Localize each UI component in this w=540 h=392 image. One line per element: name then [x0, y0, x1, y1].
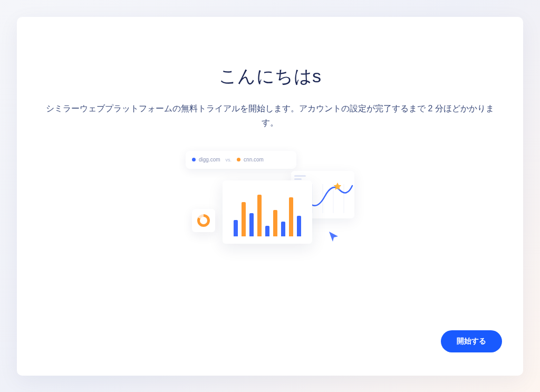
svg-rect-0 [294, 175, 306, 177]
hero-illustration: digg.com vs. cnn.com [186, 151, 354, 251]
bar [281, 222, 285, 236]
bar [242, 202, 246, 236]
site-a-label: digg.com [199, 157, 220, 162]
bar [289, 197, 293, 236]
comparison-pill: digg.com vs. cnn.com [186, 151, 296, 169]
onboarding-card: こんにちはs シミラーウェブプラットフォームの無料トライアルを開始します。アカウ… [17, 17, 523, 376]
bar [297, 216, 301, 236]
bar [249, 213, 254, 236]
bar-chart-card [223, 180, 312, 244]
page-title: こんにちはs [219, 64, 322, 89]
site-b-label: cnn.com [244, 157, 264, 162]
bar [257, 195, 262, 236]
bar [265, 226, 269, 236]
bar [234, 220, 238, 236]
cursor-icon [327, 230, 341, 244]
donut-chart-card [192, 209, 215, 232]
start-button[interactable]: 開始する [441, 330, 502, 352]
vs-label: vs. [226, 157, 232, 162]
dot-icon [237, 158, 240, 161]
page-subtitle: シミラーウェブプラットフォームの無料トライアルを開始します。アカウントの設定が完… [38, 101, 502, 130]
svg-rect-1 [294, 178, 302, 180]
donut-icon [197, 214, 210, 227]
bar [273, 210, 277, 236]
dot-icon [192, 158, 196, 161]
